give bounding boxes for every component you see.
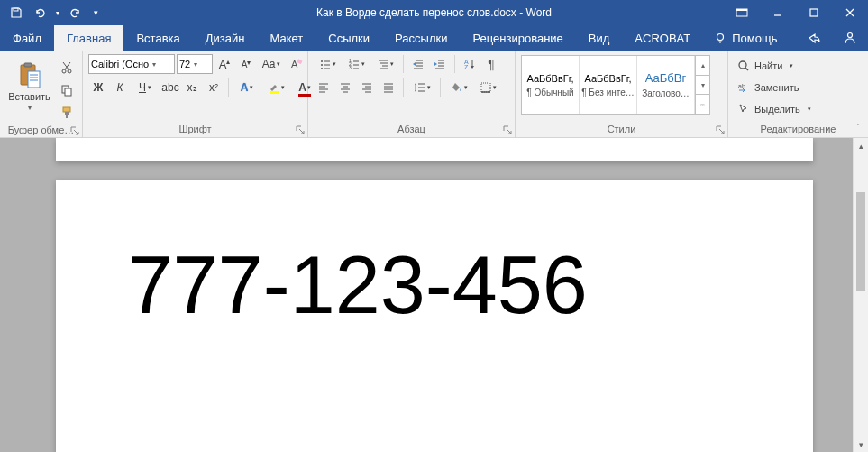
superscript-button[interactable]: x² xyxy=(204,78,224,97)
paste-label: Вставить xyxy=(8,91,50,102)
justify-icon[interactable] xyxy=(379,78,398,97)
bullets-button[interactable]: ▾ xyxy=(314,54,341,74)
clipboard-launcher-icon[interactable] xyxy=(70,126,79,135)
tab-home[interactable]: Главная xyxy=(54,25,123,51)
svg-rect-22 xyxy=(65,88,71,96)
replace-icon: ab xyxy=(737,81,750,94)
group-label-clipboard: Буфер обме… xyxy=(0,123,82,138)
show-marks-icon[interactable]: ¶ xyxy=(481,54,501,74)
maximize-icon[interactable] xyxy=(796,0,832,25)
previous-page-edge xyxy=(56,138,813,161)
tab-references[interactable]: Ссылки xyxy=(315,25,382,51)
align-center-icon[interactable] xyxy=(335,78,355,97)
numbering-button[interactable]: 123▾ xyxy=(343,54,370,74)
ribbon-options-icon[interactable] xyxy=(724,0,760,25)
sort-icon[interactable]: AZ xyxy=(460,54,480,74)
grow-font-icon[interactable]: A▴ xyxy=(215,54,234,74)
svg-point-78 xyxy=(739,61,746,69)
group-clipboard: Вставить ▾ Буфер обме… xyxy=(0,51,83,137)
font-size-combo[interactable]: 72▾ xyxy=(177,54,213,74)
tab-acrobat[interactable]: ACROBAT xyxy=(622,25,703,51)
bold-button[interactable]: Ж xyxy=(88,78,108,97)
scroll-thumb[interactable] xyxy=(856,192,865,291)
style-normal[interactable]: АаБбВвГг, ¶ Обычный xyxy=(522,56,580,114)
window-title: Как в Ворде сделать перенос слов.docx - … xyxy=(316,6,552,19)
gallery-up-icon[interactable]: ▴ xyxy=(696,56,709,76)
align-left-icon[interactable] xyxy=(314,78,333,97)
cut-icon[interactable] xyxy=(57,58,77,78)
strikethrough-button[interactable]: abc xyxy=(160,78,180,97)
undo-dropdown-icon[interactable]: ▾ xyxy=(52,2,63,23)
shrink-font-icon[interactable]: A▾ xyxy=(236,54,256,74)
tab-insert[interactable]: Вставка xyxy=(123,25,192,51)
redo-icon[interactable] xyxy=(65,2,87,23)
scroll-up-icon[interactable]: ▴ xyxy=(854,138,868,153)
qat-customize-icon[interactable]: ▾ xyxy=(88,2,103,23)
gallery-down-icon[interactable]: ▾ xyxy=(696,76,709,96)
window-controls xyxy=(724,0,868,25)
group-paragraph: ▾ 123▾ ▾ xyxy=(308,51,516,137)
tab-view[interactable]: Вид xyxy=(576,25,623,51)
font-launcher-icon[interactable] xyxy=(296,125,305,134)
save-icon[interactable] xyxy=(5,2,27,23)
increase-indent-icon[interactable] xyxy=(430,54,450,74)
text-effects-button[interactable]: A▾ xyxy=(233,78,260,97)
gallery-more-icon[interactable]: ⎓ xyxy=(696,95,709,114)
svg-text:3: 3 xyxy=(349,65,352,70)
line-spacing-button[interactable]: ▾ xyxy=(408,78,435,97)
tell-me-search[interactable]: Помощь xyxy=(703,25,788,51)
vertical-scrollbar[interactable]: ▴ ▾ xyxy=(853,138,868,452)
collapse-ribbon-icon[interactable]: ˆ xyxy=(852,122,864,134)
shading-button[interactable]: ▾ xyxy=(445,78,472,97)
format-painter-icon[interactable] xyxy=(57,103,77,123)
document-page[interactable]: 777-123-456 xyxy=(56,180,813,452)
replace-button[interactable]: ab Заменить xyxy=(734,78,802,97)
copy-icon[interactable] xyxy=(57,80,77,100)
subscript-button[interactable]: x₂ xyxy=(182,78,202,97)
decrease-indent-icon[interactable] xyxy=(408,54,428,74)
clear-formatting-icon[interactable]: A xyxy=(287,54,306,74)
styles-launcher-icon[interactable] xyxy=(716,125,725,134)
borders-button[interactable]: ▾ xyxy=(474,78,501,97)
minimize-icon[interactable] xyxy=(760,0,796,25)
font-name-combo[interactable]: Calibri (Осно▾ xyxy=(88,54,175,74)
document-text[interactable]: 777-123-456 xyxy=(128,243,741,328)
svg-point-31 xyxy=(321,64,323,66)
group-label-paragraph: Абзац xyxy=(308,122,515,137)
scroll-down-icon[interactable]: ▾ xyxy=(854,437,868,452)
tab-mailings[interactable]: Рассылки xyxy=(382,25,460,51)
style-no-spacing[interactable]: АаБбВвГг, ¶ Без инте… xyxy=(580,56,637,114)
undo-icon[interactable] xyxy=(29,2,50,23)
change-case-button[interactable]: Aa▾ xyxy=(258,54,285,74)
svg-rect-28 xyxy=(270,91,279,94)
quick-access-toolbar: ▾ ▾ xyxy=(0,2,108,23)
italic-button[interactable]: К xyxy=(110,78,130,97)
paragraph-launcher-icon[interactable] xyxy=(503,125,512,134)
svg-rect-13 xyxy=(28,71,40,88)
select-button[interactable]: Выделить▾ xyxy=(734,99,815,119)
close-icon[interactable] xyxy=(832,0,868,25)
svg-point-17 xyxy=(62,69,66,73)
multilevel-list-button[interactable]: ▾ xyxy=(371,54,398,74)
svg-text:A: A xyxy=(291,59,298,69)
highlight-button[interactable]: ▾ xyxy=(262,78,289,97)
underline-button[interactable]: Ч▾ xyxy=(132,78,159,97)
tab-file[interactable]: Файл xyxy=(0,25,54,51)
tab-review[interactable]: Рецензирование xyxy=(460,25,575,51)
group-label-font: Шрифт xyxy=(83,122,307,137)
paste-button[interactable]: Вставить ▾ xyxy=(5,54,53,119)
svg-rect-2 xyxy=(736,9,747,11)
style-heading1[interactable]: АаБбВг Заголово… xyxy=(637,56,695,114)
document-area: 777-123-456 xyxy=(0,138,868,452)
share-button[interactable] xyxy=(796,25,832,51)
find-icon xyxy=(737,60,750,72)
ribbon-tabs: Файл Главная Вставка Дизайн Макет Ссылки… xyxy=(0,25,868,51)
align-right-icon[interactable] xyxy=(357,78,377,97)
svg-point-18 xyxy=(68,69,71,73)
tab-layout[interactable]: Макет xyxy=(257,25,315,51)
user-account-button[interactable] xyxy=(832,25,868,51)
find-button[interactable]: Найти▾ xyxy=(734,56,797,76)
tab-design[interactable]: Дизайн xyxy=(193,25,258,51)
paste-icon xyxy=(18,62,41,89)
svg-line-79 xyxy=(745,68,748,70)
